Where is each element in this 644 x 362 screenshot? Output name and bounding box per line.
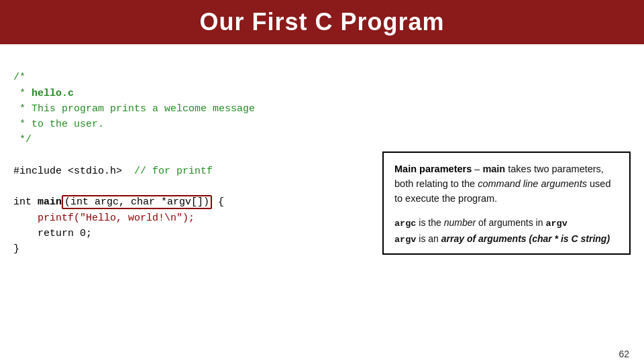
main-content: /* * hello.c * This program prints a wel…	[0, 44, 644, 362]
argv-ref: argv	[394, 235, 416, 245]
annotation-title: Main parameters	[394, 164, 472, 174]
annotation-box: Main parameters – main takes two paramet…	[382, 152, 631, 255]
comment-line-1: /* * hello.c * This program prints a wel…	[13, 72, 255, 145]
argc-text: is the number of arguments in argv	[416, 217, 567, 228]
page-number: 62	[619, 349, 629, 359]
argc-ref: argc	[394, 219, 416, 229]
include-line: #include <stdio.h> // for printf	[13, 166, 213, 177]
argv-text: is an array of arguments (char * is C st…	[416, 233, 610, 244]
main-function-line: int main(int argc, char *argv[]) { print…	[13, 195, 224, 255]
annotation-bottom: argc is the number of arguments in argv …	[394, 215, 619, 247]
title-bar: Our First C Program	[0, 0, 644, 44]
page-title: Our First C Program	[13, 8, 631, 36]
annotation-main-text: Main parameters – main takes two paramet…	[394, 162, 619, 206]
